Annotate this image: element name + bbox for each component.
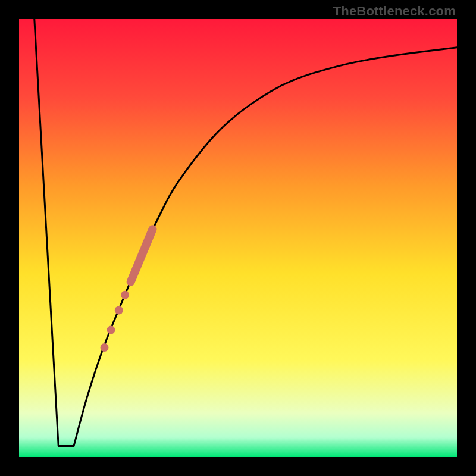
dot-2: [115, 306, 123, 314]
watermark-text: TheBottleneck.com: [333, 4, 456, 19]
plot-area: [19, 19, 457, 457]
bottleneck-chart: [19, 19, 457, 457]
dot-3: [107, 326, 115, 334]
dot-4: [101, 343, 109, 352]
gradient-background: [19, 19, 457, 457]
chart-frame: TheBottleneck.com: [0, 0, 476, 476]
dot-1: [121, 291, 129, 299]
